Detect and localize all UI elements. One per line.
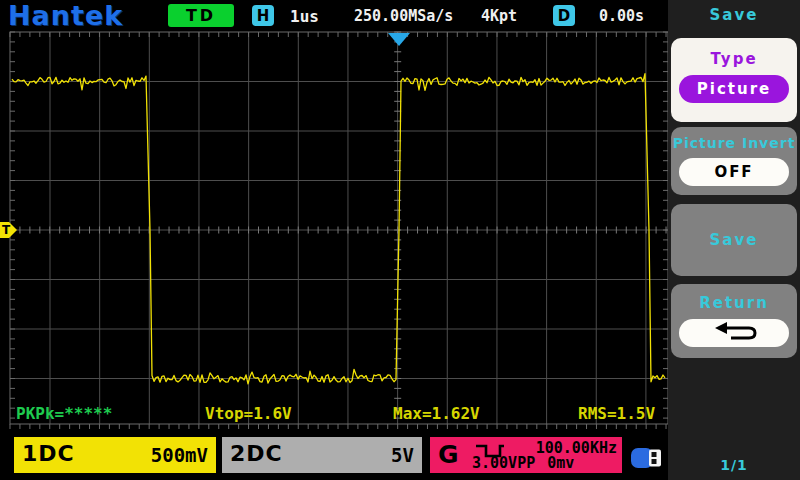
status-bar: Hantek TD H 1us 250.00MSa/s 4Kpt D 0.00s — [0, 0, 668, 31]
type-button[interactable]: Type Picture — [671, 38, 797, 122]
oscilloscope-screen: T Hantek TD H 1us 250.00MSa/s 4Kpt D 0.0… — [0, 0, 800, 480]
generator-offset: 0mv — [547, 454, 574, 472]
trigger-level-icon[interactable]: T — [0, 221, 18, 239]
trigger-status-badge: TD — [168, 4, 234, 27]
measurement-pkpk: PKPk=***** — [16, 404, 112, 423]
horizontal-icon: H — [252, 5, 274, 26]
delay-icon: D — [553, 5, 575, 26]
return-arrow-icon — [709, 322, 759, 344]
return-button-label: Return — [671, 284, 797, 312]
soft-menu: Save Type Picture Picture Invert OFF Sav… — [668, 0, 800, 480]
channel1-scale: 500mV — [151, 444, 208, 466]
picture-invert-button[interactable]: Picture Invert OFF — [671, 127, 797, 195]
save-button[interactable]: Save — [671, 204, 797, 276]
generator-label: G — [438, 440, 459, 469]
trigger-position-icon[interactable] — [387, 32, 411, 47]
measurement-max: Max=1.62V — [393, 404, 480, 423]
page-indicator: 1/1 — [668, 457, 800, 473]
generator-amplitude: 3.00VPP — [472, 454, 535, 472]
channel2-label: 2DC — [230, 441, 283, 466]
picture-invert-value-pill[interactable]: OFF — [679, 158, 789, 186]
generator-status[interactable]: G 100.00KHz 3.00VPP0mv — [430, 437, 622, 473]
usb-drive-icon — [630, 447, 664, 469]
horizontal-offset-value: 0.00s — [599, 7, 644, 25]
menu-title: Save — [668, 6, 800, 24]
memory-depth-value: 4Kpt — [481, 7, 517, 25]
generator-settings: 3.00VPP0mv — [472, 454, 574, 472]
brand-logo: Hantek — [8, 0, 123, 31]
type-label: Type — [671, 38, 797, 68]
return-pill[interactable] — [679, 319, 789, 347]
channel1-label: 1DC — [22, 441, 75, 466]
measurement-rms: RMS=1.5V — [578, 404, 655, 423]
channel2-status[interactable]: 2DC 5V — [222, 437, 422, 473]
svg-text:T: T — [2, 223, 11, 237]
save-label: Save — [671, 231, 797, 249]
type-value-pill[interactable]: Picture — [679, 75, 789, 103]
picture-invert-label: Picture Invert — [671, 127, 797, 151]
channel1-status[interactable]: 1DC 500mV — [14, 437, 216, 473]
measurement-vtop: Vtop=1.6V — [205, 404, 292, 423]
sample-rate-value: 250.00MSa/s — [354, 7, 453, 25]
channel2-scale: 5V — [391, 444, 414, 466]
channel-bar: 1DC 500mV 2DC 5V G 100.00KHz 3.00VPP0mv — [0, 437, 668, 477]
timebase-value: 1us — [290, 7, 319, 26]
return-button[interactable]: Return — [671, 284, 797, 358]
